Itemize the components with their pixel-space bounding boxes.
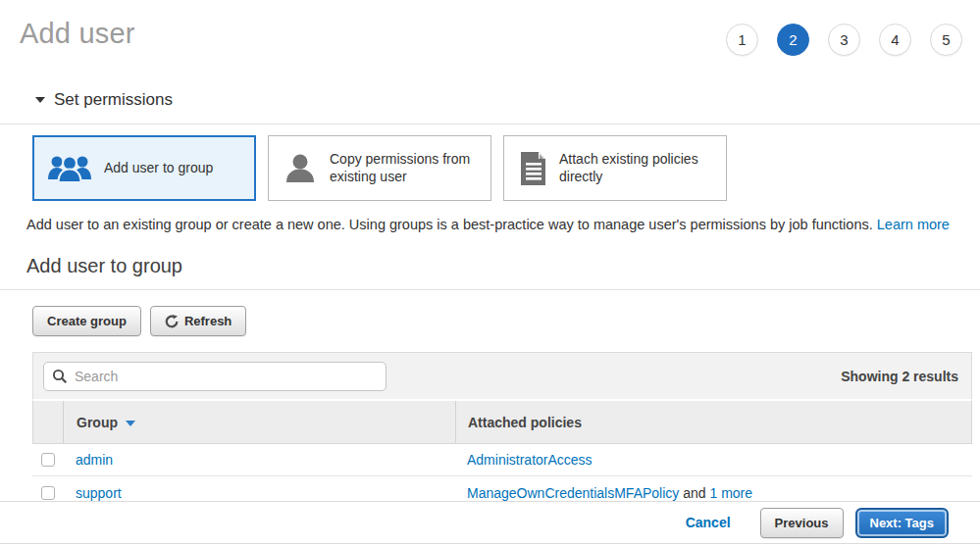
group-cell: admin <box>63 452 455 468</box>
set-permissions-section-header[interactable]: Set permissions <box>35 90 980 110</box>
policy-link[interactable]: AdministratorAccess <box>467 452 593 468</box>
wizard-step-2-current[interactable]: 2 <box>777 24 809 56</box>
group-column-header[interactable]: Group <box>64 401 456 443</box>
permissions-description: Add user to an existing group or create … <box>26 217 980 232</box>
group-icon <box>47 153 92 184</box>
option-add-user-to-group[interactable]: Add user to group <box>32 135 256 201</box>
option-label: Attach existing policies directly <box>559 151 716 185</box>
row-checkbox-cell <box>32 453 63 467</box>
refresh-icon <box>165 315 179 328</box>
results-summary: Showing 2 results <box>841 369 961 384</box>
add-user-wizard: Add user 1 2 3 4 5 Set permissions <box>0 0 980 546</box>
search-input[interactable] <box>43 362 387 391</box>
wizard-step-1[interactable]: 1 <box>726 24 758 56</box>
sort-desc-icon <box>126 421 135 426</box>
set-permissions-title: Set permissions <box>54 90 173 110</box>
table-toolbar: Showing 2 results <box>32 352 972 399</box>
option-label: Copy permissions from existing user <box>330 151 481 185</box>
wizard-step-4[interactable]: 4 <box>879 24 911 56</box>
previous-button[interactable]: Previous <box>760 508 844 538</box>
row-checkbox[interactable] <box>41 486 55 500</box>
wizard-step-5[interactable]: 5 <box>930 24 962 56</box>
policies-connector-text: and <box>683 485 705 501</box>
page-header: Add user 1 2 3 4 5 <box>0 0 980 56</box>
select-all-header-cell <box>33 401 64 443</box>
description-text: Add user to an existing group or create … <box>26 217 873 232</box>
more-policies-link[interactable]: 1 more <box>709 485 752 501</box>
group-cell: support <box>63 485 455 501</box>
create-group-button[interactable]: Create group <box>32 306 141 336</box>
policies-cell: AdministratorAccess <box>455 452 972 468</box>
policies-cell: ManageOwnCredentialsMFAPolicy and 1 more <box>455 485 972 501</box>
document-icon <box>518 151 547 186</box>
search-box <box>43 362 387 391</box>
table-row-admin: admin AdministratorAccess <box>32 444 972 476</box>
wizard-steps: 1 2 3 4 5 <box>726 24 962 56</box>
group-link[interactable]: admin <box>76 452 113 468</box>
refresh-label: Refresh <box>184 314 232 328</box>
attached-policies-column-label: Attached policies <box>468 415 582 430</box>
heading-divider <box>0 289 980 290</box>
permission-option-cards: Add user to group Copy permissions from … <box>32 135 980 201</box>
section-divider <box>0 124 980 124</box>
refresh-button[interactable]: Refresh <box>150 306 246 336</box>
next-tags-button[interactable]: Next: Tags <box>855 508 950 538</box>
groups-table: Showing 2 results Group Attached policie… <box>32 352 972 510</box>
row-checkbox[interactable] <box>41 453 55 467</box>
learn-more-link[interactable]: Learn more <box>877 217 950 232</box>
option-attach-policies[interactable]: Attach existing policies directly <box>503 135 727 201</box>
table-header-row: Group Attached policies <box>32 399 972 444</box>
attached-policies-column-header: Attached policies <box>456 401 971 443</box>
search-icon <box>52 369 68 388</box>
add-user-to-group-heading: Add user to group <box>26 255 980 277</box>
group-column-label: Group <box>77 415 118 430</box>
page-title: Add user <box>20 18 135 50</box>
cancel-link[interactable]: Cancel <box>686 515 731 530</box>
row-checkbox-cell <box>32 486 63 500</box>
option-copy-permissions[interactable]: Copy permissions from existing user <box>268 135 491 201</box>
table-body: admin AdministratorAccess support Manage… <box>32 444 972 510</box>
wizard-footer: Cancel Previous Next: Tags <box>0 501 980 544</box>
table-actions: Create group Refresh <box>32 306 980 336</box>
policy-link[interactable]: ManageOwnCredentialsMFAPolicy <box>467 485 679 501</box>
group-link[interactable]: support <box>76 485 122 501</box>
option-label: Add user to group <box>104 160 213 177</box>
user-icon <box>283 151 318 186</box>
wizard-step-3[interactable]: 3 <box>828 24 860 56</box>
collapse-caret-icon <box>35 97 45 103</box>
